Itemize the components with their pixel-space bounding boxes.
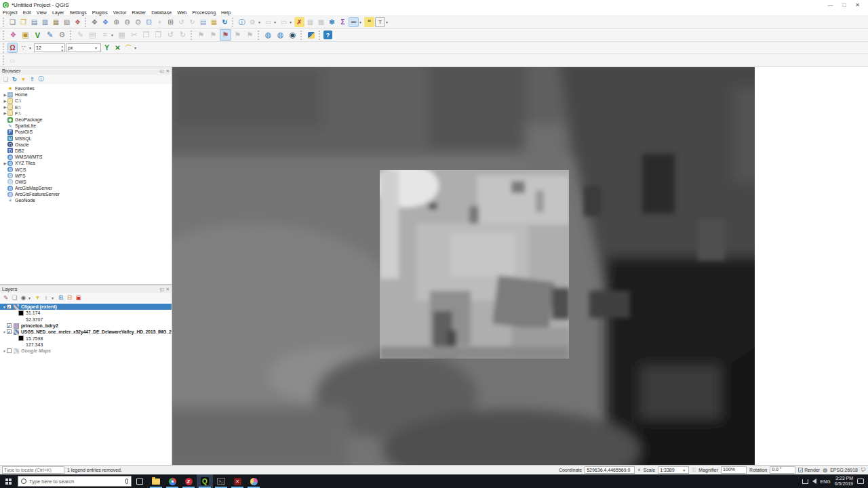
coordinate-input[interactable] [585, 466, 635, 474]
zoom-last-icon[interactable]: ↺ [176, 17, 186, 27]
browser-item-ows[interactable]: ◍OWS [0, 179, 172, 185]
menu-database[interactable]: Database [149, 10, 174, 15]
browser-item-mssql[interactable]: MMSSQL [0, 136, 172, 142]
redo-icon[interactable]: ↻ [177, 29, 189, 41]
qms-search-icon[interactable]: ◍ [262, 29, 274, 41]
filter-expression-icon[interactable]: ε [43, 294, 50, 302]
browser-item-oracle[interactable]: OOracle [0, 142, 172, 148]
enable-snapping-icon[interactable]: Ω [7, 43, 18, 53]
zoom-full-icon[interactable]: ⊡ [144, 17, 154, 27]
taskbar-zotero[interactable]: Z [180, 474, 197, 488]
layer-styling-icon[interactable]: ✎ [2, 294, 9, 302]
messages-icon[interactable]: 🗩 [861, 467, 866, 473]
save-edits-icon[interactable]: ▤ [87, 29, 98, 41]
text-annotation-icon[interactable]: T [375, 17, 385, 27]
map-canvas[interactable] [172, 67, 868, 465]
menu-help[interactable]: Help [218, 10, 233, 15]
refresh-map-icon[interactable]: ↻ [220, 17, 230, 27]
extents-toggle-icon[interactable]: ⌖ [637, 467, 641, 474]
add-group-icon[interactable]: ❏ [11, 294, 18, 302]
zoom-in-icon[interactable]: ⊕ [111, 17, 121, 27]
open-attribute-table-icon[interactable]: ▦ [305, 17, 315, 27]
render-checkbox[interactable]: ✓Render [798, 468, 820, 472]
browser-item-favorites[interactable]: ★Favorites [0, 85, 172, 92]
taskbar-chrome[interactable] [164, 474, 180, 488]
run-feature-action-icon[interactable]: ⚙ [248, 17, 258, 27]
new-bookmark-icon[interactable]: ▤ [198, 17, 208, 27]
zoom-out-icon[interactable]: ⊖ [122, 17, 132, 27]
menu-project[interactable]: Project [0, 10, 20, 15]
layout-manager-icon[interactable]: ▧ [62, 17, 72, 27]
browser-close-button[interactable]: ✕ [166, 68, 170, 74]
browser-item-db2[interactable]: DDB2 [0, 148, 172, 154]
taskbar-red-app[interactable]: ✕ [229, 474, 245, 488]
identify-features-icon[interactable]: ⓘ [237, 17, 247, 27]
menu-layer[interactable]: Layer [50, 10, 67, 15]
statistics-icon[interactable]: Σ [338, 17, 348, 27]
layers-close-button[interactable]: ✕ [166, 287, 170, 292]
open-attribute-table2-icon[interactable]: ▩ [316, 17, 326, 27]
measure-icon[interactable]: ═ [349, 17, 359, 27]
manage-map-themes-icon[interactable]: ◉ [20, 294, 27, 302]
filter-legend-icon[interactable]: ▼ [34, 294, 41, 302]
deselect-dropdown[interactable]: ▾ [290, 20, 294, 24]
taskbar-clock[interactable]: 3:23 PM6/5/2019 [835, 476, 853, 486]
delete-selected-icon[interactable]: ▦ [116, 29, 127, 41]
taskbar-terminal[interactable]: >_ [213, 474, 229, 488]
datasource-manager-icon[interactable]: ❖ [7, 29, 19, 41]
python-console-icon[interactable] [305, 29, 317, 41]
menu-processing[interactable]: Processing [189, 10, 218, 15]
task-view-button[interactable] [132, 474, 148, 488]
highlight-pinned-labels-icon[interactable]: ⚑ [220, 29, 231, 41]
copy-features-icon[interactable]: ❐ [140, 29, 152, 41]
magnifier-spinbox[interactable]: 100% [721, 466, 747, 474]
crs-globe-icon[interactable]: ◍ [823, 467, 827, 473]
pan-map-icon[interactable]: ✥ [90, 17, 100, 27]
menu-raster[interactable]: Raster [130, 10, 149, 15]
menu-web[interactable]: Web [174, 10, 189, 15]
style-manager-icon[interactable]: ❖ [73, 17, 83, 27]
menu-vector[interactable]: Vector [111, 10, 130, 15]
deselect-features-icon[interactable]: ▭ [279, 17, 289, 27]
layer-checkbox[interactable] [7, 348, 12, 353]
taskbar-search-input[interactable]: Type here to search [18, 476, 132, 487]
layer-row-clipped-extent[interactable]: ▾ ✓ Clipped (extent) [0, 304, 172, 310]
browser-item-f-drive[interactable]: ▶F:\ [0, 110, 172, 117]
open-project-icon[interactable]: ❐ [18, 17, 28, 27]
layer-checkbox[interactable]: ✓ [7, 304, 12, 309]
browser-item-postgis[interactable]: PPostGIS [0, 129, 172, 135]
locate-input[interactable] [2, 466, 64, 474]
layer-checkbox[interactable]: ✓ [7, 329, 12, 334]
topological-editing-icon[interactable]: Y [102, 43, 112, 53]
browser-item-wms[interactable]: ◍WMS/WMTS [0, 154, 172, 160]
menu-settings[interactable]: Settings [66, 10, 89, 15]
zoom-native-icon[interactable]: ⊙ [133, 17, 143, 27]
select-features-icon[interactable]: ▭ [263, 17, 273, 27]
pan-to-selection-icon[interactable]: ✥ [100, 17, 111, 27]
browser-item-spatialite[interactable]: ✎SpatiaLite [0, 123, 172, 129]
browser-item-e-drive[interactable]: ▶E:\ [0, 104, 172, 110]
layer-row-google-maps[interactable]: ▾ Google Maps [0, 348, 172, 354]
minimize-button[interactable]: — [827, 2, 833, 8]
select-features-dropdown[interactable]: ▾ [274, 20, 278, 24]
save-project-icon[interactable]: ▤ [29, 17, 39, 27]
snapping-tolerance-input[interactable]: 12▴▾ [34, 43, 65, 52]
move-annotation-icon[interactable]: ▭ [7, 56, 18, 66]
browser-add-layers-icon[interactable]: ❏ [2, 76, 9, 83]
layer-row-usgs-ned[interactable]: ▾ ✓ USGS_NED_one_meter_x52y447_DE_Delawa… [0, 329, 172, 335]
new-geopackage-layer-icon[interactable]: ▣ [20, 29, 31, 41]
browser-item-wcs[interactable]: ◍WCS [0, 166, 172, 172]
snap-on-intersection-icon[interactable]: ✕ [113, 43, 123, 53]
feature-action-dropdown[interactable]: ▾ [258, 20, 262, 24]
start-button[interactable] [0, 474, 16, 488]
maximize-button[interactable]: □ [842, 2, 846, 8]
action-center-icon[interactable] [857, 479, 864, 484]
rotation-spinbox[interactable]: 0.0 ° [770, 466, 795, 474]
tracing-icon[interactable]: ⌒ [123, 43, 134, 53]
taskbar-swirl-app[interactable] [245, 474, 262, 488]
new-virtual-layer-icon[interactable]: ⚙ [56, 29, 68, 41]
vertex-tool-icon[interactable]: ⌗ [99, 29, 111, 41]
map-themes-dropdown[interactable]: ▾ [28, 296, 33, 300]
browser-item-arcgis-map-server[interactable]: ◍ArcGisMapServer [0, 185, 172, 191]
menu-plugins[interactable]: Plugins [90, 10, 111, 15]
